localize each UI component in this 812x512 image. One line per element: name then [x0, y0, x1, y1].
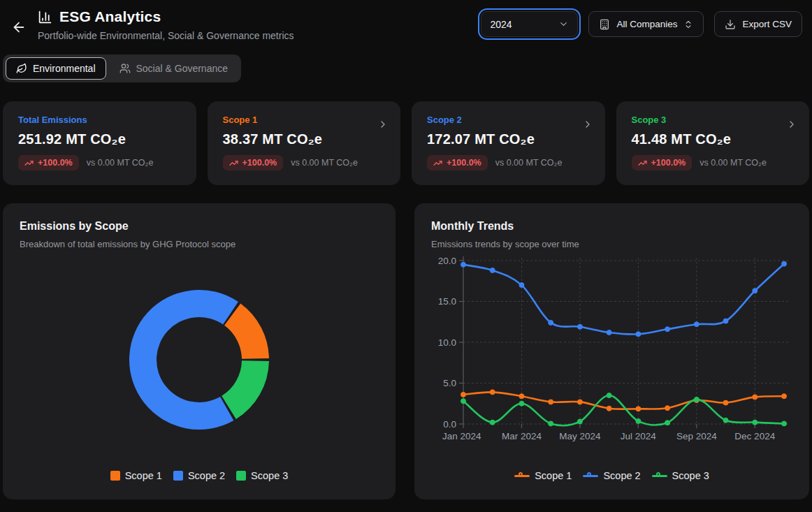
- metric-label: Scope 1: [223, 115, 386, 125]
- legend-swatch: [236, 471, 246, 481]
- data-point-scope-1[interactable]: [636, 407, 641, 411]
- legend-label: Scope 2: [188, 470, 225, 481]
- line-chart[interactable]: 0.05.010.015.020.0Jan 2024Mar 2024May 20…: [431, 252, 792, 470]
- y-tick-label: 0.0: [443, 419, 456, 430]
- chevron-down-icon: [558, 19, 569, 29]
- series-line-scope-3: [463, 395, 784, 425]
- data-point-scope-3[interactable]: [519, 401, 524, 406]
- emissions-by-scope-card: Emissions by Scope Breakdown of total em…: [3, 203, 396, 499]
- metric-card-scope-3[interactable]: Scope 3 41.48 MT CO₂e +100.0% vs 0.00 MT…: [616, 101, 810, 185]
- data-point-scope-1[interactable]: [490, 390, 495, 395]
- metric-label: Scope 2: [427, 115, 590, 125]
- line-legend-marker: [652, 472, 667, 479]
- legend-item-scope-1: Scope 1: [110, 470, 162, 481]
- data-point-scope-3[interactable]: [723, 418, 728, 423]
- change-value: +100.0%: [38, 158, 73, 168]
- data-point-scope-2[interactable]: [723, 319, 728, 323]
- charts-row: Emissions by Scope Breakdown of total em…: [0, 203, 812, 499]
- change-badge: +100.0%: [223, 155, 284, 170]
- data-point-scope-1[interactable]: [665, 406, 670, 411]
- chevron-right-icon[interactable]: [786, 119, 797, 130]
- tab-bar: Environmental Social & Governance: [3, 54, 241, 82]
- data-point-scope-1[interactable]: [723, 400, 728, 405]
- change-value: +100.0%: [447, 158, 481, 168]
- legend-item-scope-3: Scope 3: [652, 470, 709, 481]
- data-point-scope-1[interactable]: [461, 392, 466, 397]
- compare-text: vs 0.00 MT CO₂e: [495, 158, 563, 168]
- metric-card-scope-2[interactable]: Scope 2 172.07 MT CO₂e +100.0% vs 0.00 M…: [412, 101, 605, 185]
- data-point-scope-2[interactable]: [549, 320, 553, 325]
- data-point-scope-2[interactable]: [665, 327, 670, 332]
- tab-environmental-label: Environmental: [33, 63, 96, 74]
- y-tick-label: 20.0: [438, 256, 456, 266]
- year-select-value: 2024: [490, 19, 512, 30]
- arrow-left-icon: [11, 20, 27, 35]
- legend-item-scope-2: Scope 2: [173, 470, 225, 481]
- change-badge: +100.0%: [18, 155, 79, 170]
- chevron-right-icon[interactable]: [377, 119, 389, 130]
- donut-segment-scope-3[interactable]: [222, 360, 269, 419]
- trending-up-icon: [433, 159, 442, 168]
- legend-label: Scope 1: [535, 470, 572, 481]
- data-point-scope-3[interactable]: [461, 399, 466, 404]
- trending-up-icon: [24, 159, 34, 168]
- metric-card-scope-1[interactable]: Scope 1 38.37 MT CO₂e +100.0% vs 0.00 MT…: [208, 101, 401, 185]
- data-point-scope-3[interactable]: [694, 397, 699, 402]
- building-icon: [599, 19, 610, 30]
- data-point-scope-2[interactable]: [636, 332, 641, 337]
- x-tick-label: Jan 2024: [442, 431, 481, 441]
- chart-title: Monthly Trends: [431, 220, 792, 233]
- legend-label: Scope 3: [251, 470, 288, 481]
- data-point-scope-3[interactable]: [782, 421, 787, 426]
- data-point-scope-1[interactable]: [782, 394, 787, 399]
- donut-segment-scope-2[interactable]: [129, 290, 238, 430]
- data-point-scope-1[interactable]: [519, 394, 524, 399]
- company-select[interactable]: All Companies: [588, 11, 704, 37]
- legend-swatch: [110, 471, 120, 481]
- legend-item-scope-2: Scope 2: [583, 470, 640, 481]
- data-point-scope-1[interactable]: [549, 400, 553, 404]
- trending-up-icon: [229, 159, 238, 168]
- change-badge: +100.0%: [427, 155, 488, 170]
- back-button[interactable]: [8, 17, 29, 38]
- y-tick-label: 15.0: [438, 296, 456, 307]
- data-point-scope-2[interactable]: [782, 261, 787, 266]
- data-point-scope-2[interactable]: [607, 330, 611, 335]
- data-point-scope-1[interactable]: [577, 400, 582, 404]
- chevron-right-icon[interactable]: [582, 119, 593, 130]
- data-point-scope-1[interactable]: [753, 395, 757, 400]
- chevrons-up-down-icon: [683, 20, 693, 29]
- line-legend-marker: [514, 472, 530, 479]
- data-point-scope-3[interactable]: [490, 420, 495, 425]
- legend-label: Scope 1: [125, 470, 162, 481]
- data-point-scope-3[interactable]: [636, 418, 641, 423]
- bar-chart-icon: [38, 10, 52, 24]
- year-select[interactable]: 2024: [481, 11, 578, 37]
- metric-value: 251.92 MT CO₂e: [18, 131, 181, 147]
- data-point-scope-2[interactable]: [753, 288, 757, 293]
- data-point-scope-1[interactable]: [607, 406, 611, 411]
- y-tick-label: 10.0: [438, 337, 456, 348]
- data-point-scope-3[interactable]: [549, 421, 553, 426]
- tab-environmental[interactable]: Environmental: [6, 57, 106, 80]
- data-point-scope-2[interactable]: [577, 324, 582, 329]
- data-point-scope-2[interactable]: [519, 283, 524, 288]
- company-select-value: All Companies: [616, 19, 677, 29]
- data-point-scope-2[interactable]: [461, 262, 466, 267]
- x-tick-label: Sep 2024: [676, 431, 717, 441]
- legend-label: Scope 2: [603, 470, 640, 481]
- donut-chart[interactable]: [20, 249, 379, 470]
- data-point-scope-3[interactable]: [607, 393, 611, 398]
- tab-social-governance[interactable]: Social & Governance: [109, 57, 239, 80]
- data-point-scope-3[interactable]: [753, 420, 757, 425]
- data-point-scope-2[interactable]: [694, 322, 699, 327]
- data-point-scope-2[interactable]: [490, 268, 495, 273]
- data-point-scope-3[interactable]: [665, 420, 670, 425]
- export-csv-button[interactable]: Export CSV: [714, 11, 802, 37]
- change-badge: +100.0%: [632, 155, 693, 170]
- metric-value: 38.37 MT CO₂e: [223, 131, 386, 147]
- x-tick-label: Mar 2024: [502, 431, 542, 441]
- data-point-scope-3[interactable]: [577, 419, 582, 424]
- leaf-icon: [16, 63, 27, 74]
- y-tick-label: 5.0: [443, 378, 456, 388]
